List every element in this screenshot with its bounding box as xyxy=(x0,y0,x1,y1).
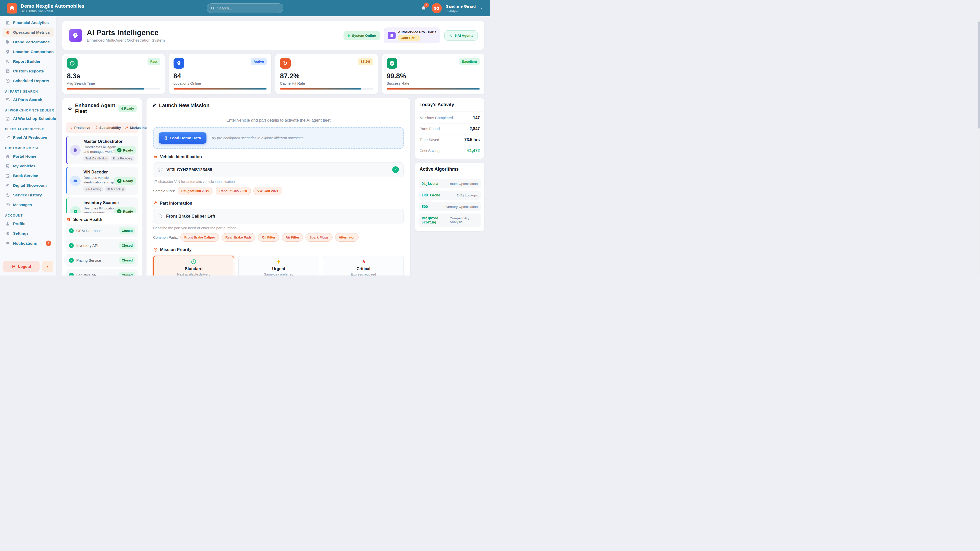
search-input[interactable] xyxy=(217,6,280,10)
agent-tag: VIN Parsing xyxy=(83,186,103,192)
common-part-oil-filter[interactable]: Oil Filter xyxy=(258,233,279,241)
sidebar-item-digital-showroom[interactable]: Digital Showroom xyxy=(3,181,54,190)
notifications-bell-icon[interactable]: 3 xyxy=(420,4,428,12)
sidebar-item-label: Report Builder xyxy=(13,59,41,64)
priority-critical[interactable]: Critical Express required xyxy=(323,256,404,275)
priority-urgent[interactable]: Urgent Same-day preferred xyxy=(239,256,319,275)
check-circle-icon xyxy=(387,58,397,68)
sidebar-item-custom-reports[interactable]: Custom Reports xyxy=(3,66,54,76)
stat-card-avg-search-time: Fast 8.3s Avg Search Time xyxy=(62,54,165,94)
sample-vins-row: Sample VINs: Peugeot 308 2019 Renault Cl… xyxy=(153,187,404,195)
activity-row-parts: Parts Found 2,847 xyxy=(420,124,480,135)
history-icon xyxy=(5,192,10,198)
algorithm-row-dijkstra: Dijkstra Route Optimization xyxy=(418,179,481,188)
sidebar-item-label: Notifications xyxy=(13,241,37,246)
stat-value: 8.3s xyxy=(67,72,160,80)
global-search[interactable] xyxy=(207,3,283,13)
agent-name: VIN Decoder xyxy=(83,170,126,175)
algorithm-row-weighted-scoring: Weighted Scoring Compatibility Analysis xyxy=(418,213,481,227)
common-part-front-brake-caliper[interactable]: Front Brake Caliper xyxy=(180,233,219,241)
check-icon: ✓ xyxy=(69,228,74,233)
bell-icon xyxy=(5,241,10,246)
user-avatar[interactable]: SG xyxy=(431,3,442,13)
agent-list: Master Orchestrator Coordinates all agen… xyxy=(66,136,138,213)
stat-badge: 87.2% xyxy=(358,58,373,65)
active-algorithms-card: Active Algorithms Dijkstra Route Optimiz… xyxy=(415,163,484,231)
sidebar-item-my-vehicles[interactable]: My Vehicles xyxy=(3,161,54,171)
robot-arm-icon xyxy=(5,135,10,140)
service-status-badge: Closed xyxy=(119,242,135,249)
sidebar-item-brand-performance[interactable]: Brand Performance xyxy=(3,37,54,47)
calendar-icon xyxy=(5,173,10,178)
sidebar-item-location-comparison[interactable]: Location Comparison xyxy=(3,47,54,57)
sidebar-item-service-history[interactable]: Service History xyxy=(3,190,54,200)
load-demo-data-button[interactable]: {} Load Demo Data xyxy=(159,132,207,144)
sidebar-item-portal-home[interactable]: Portal Home xyxy=(3,151,54,161)
wand-icon xyxy=(69,126,73,130)
page-title: AI Parts Intelligence xyxy=(87,29,165,37)
agent-card-master-orchestrator[interactable]: Master Orchestrator Coordinates all agen… xyxy=(66,136,138,164)
sidebar-item-ai-parts-search[interactable]: AI Parts Search xyxy=(3,95,54,105)
todays-activity-card: Today's Activity Missions Completed 147 … xyxy=(415,98,484,159)
sidebar-item-notifications[interactable]: Notifications 3 xyxy=(3,238,54,248)
common-part-rear-brake-pads[interactable]: Rear Brake Pads xyxy=(221,233,256,241)
service-status-badge: Closed xyxy=(119,227,135,234)
common-part-spark-plugs[interactable]: Spark Plugs xyxy=(305,233,332,241)
box-icon xyxy=(70,206,81,213)
sidebar-item-report-builder[interactable]: Report Builder xyxy=(3,57,54,66)
sidebar-item-settings[interactable]: ⚙ Settings xyxy=(3,229,54,238)
sidebar-item-label: Fleet AI Predictive xyxy=(13,135,47,140)
stat-value: 84 xyxy=(173,72,267,80)
sidebar-item-fleet-ai-predictive[interactable]: Fleet AI Predictive xyxy=(3,133,54,142)
ai-agents-button[interactable]: 6 AI Agents xyxy=(444,30,478,41)
car-icon xyxy=(70,176,81,186)
gear-sparkle-icon: ⚙ xyxy=(5,30,10,35)
page-subtitle: Enhanced Multi-Agent Orchestration Syste… xyxy=(87,38,165,43)
sidebar-item-messages[interactable]: Messages xyxy=(3,200,54,210)
clock-icon xyxy=(191,259,197,265)
sample-vin-vw[interactable]: VW Golf 2021 xyxy=(253,187,282,195)
clock-icon xyxy=(5,78,10,83)
stat-progress xyxy=(387,88,480,89)
sample-vin-peugeot[interactable]: Peugeot 308 2019 xyxy=(178,187,213,195)
tier-badge: Gold Tier xyxy=(398,35,420,41)
notifications-count-badge: 3 xyxy=(46,241,51,246)
chevron-down-icon[interactable] xyxy=(480,6,484,10)
code-braces-icon: {} xyxy=(164,136,167,140)
sidebar-item-operational-metrics[interactable]: ⚙ Operational Metrics xyxy=(3,27,54,37)
part-helper: Describe the part you need or enter the … xyxy=(153,226,404,230)
status-dot xyxy=(348,35,350,37)
stat-badge: Active xyxy=(251,58,267,65)
sidebar-collapse-button chevron-left-icon[interactable]: ‹ xyxy=(42,261,53,272)
hero-card: AI Parts Intelligence Enhanced Multi-Age… xyxy=(62,21,484,50)
sample-vin-renault[interactable]: Renault Clio 2020 xyxy=(216,187,251,195)
check-icon: ✓ xyxy=(117,179,121,183)
check-icon: ✓ xyxy=(117,209,121,213)
agent-tag: OEM Lookup xyxy=(105,186,126,192)
main-content: AI Parts Intelligence Enhanced Multi-Age… xyxy=(57,16,490,275)
common-part-alternator[interactable]: Alternator xyxy=(335,233,359,241)
sidebar-item-financial-analytics[interactable]: Financial Analytics xyxy=(3,18,54,27)
leaf-icon xyxy=(94,126,98,130)
calendar-check-icon xyxy=(5,116,10,121)
logout-button[interactable]: Logout xyxy=(3,261,40,272)
vin-input[interactable]: VF3LCYHZPMS123456 ✓ xyxy=(153,162,404,177)
part-search-input[interactable]: Front Brake Caliper Left xyxy=(153,209,404,224)
agent-card-vin-decoder[interactable]: VIN Decoder Decodes vehicle identificati… xyxy=(66,167,138,195)
user-info[interactable]: Sandrine Girard manager xyxy=(446,4,476,13)
sidebar-item-scheduled-reports[interactable]: Scheduled Reports xyxy=(3,76,54,86)
person-icon xyxy=(5,221,10,226)
sidebar-item-label: Portal Home xyxy=(13,154,36,159)
agent-card-inventory-scanner[interactable]: Inventory Scanner Searches 84 locations … xyxy=(66,197,138,213)
activity-row-savings: Cost Savings €1,472 xyxy=(420,145,480,156)
sidebar-item-profile[interactable]: Profile xyxy=(3,219,54,229)
common-part-air-filter[interactable]: Air Filter xyxy=(282,233,303,241)
agent-name: Master Orchestrator xyxy=(83,139,135,144)
section-title: Vehicle Identification xyxy=(160,154,202,159)
sidebar-item-ai-workshop-scheduler[interactable]: AI Workshop Scheduler xyxy=(3,114,54,124)
priority-standard[interactable]: Standard Next available delivery xyxy=(153,256,234,275)
sidebar-item-book-service[interactable]: Book Service xyxy=(3,171,54,181)
vin-helper: 17-character VIN for automatic vehicle i… xyxy=(153,179,404,184)
algorithm-row-lru-cache: LRU Cache O(1) Lookups xyxy=(418,191,481,200)
sidebar-section-fleet-ai-predictive: FLEET AI PREDICTIVE xyxy=(3,124,54,133)
